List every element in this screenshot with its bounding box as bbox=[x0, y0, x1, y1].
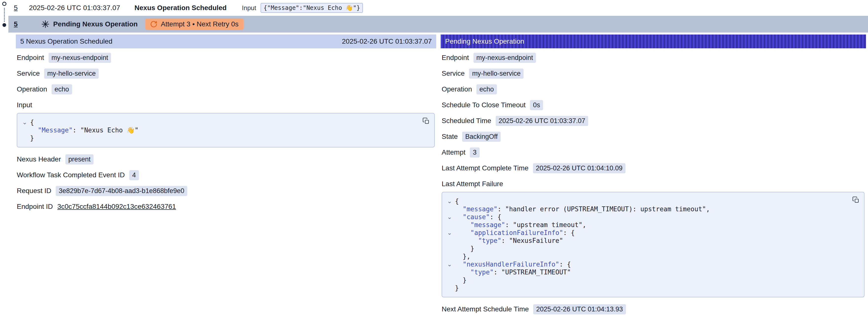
field-value-chip: my-hello-service bbox=[44, 68, 99, 79]
field-row-workflow-task-completed-event-id: Workflow Task Completed Event ID 4 bbox=[17, 170, 436, 180]
field-row-next-attempt-schedule-time: Next Attempt Schedule Time 2025-02-26 UT… bbox=[442, 304, 866, 314]
event-title: Pending Nexus Operation bbox=[53, 20, 138, 28]
code-line: } bbox=[444, 276, 847, 284]
panel-pending-nexus-operation: Pending Nexus Operation Endpoint my-nexu… bbox=[441, 34, 866, 320]
pending-asterisk-icon bbox=[41, 20, 49, 28]
code-gutter bbox=[19, 134, 30, 142]
field-value-chip: 2025-02-26 UTC 01:04:10.09 bbox=[533, 163, 625, 173]
field-row-last-attempt-complete-time: Last Attempt Complete Time 2025-02-26 UT… bbox=[442, 163, 866, 173]
panel-body-scheduled: Endpoint my-nexus-endpoint Service my-he… bbox=[16, 48, 436, 212]
event-title: Nexus Operation Scheduled bbox=[134, 4, 226, 12]
field-row-state: State BackingOff bbox=[442, 132, 866, 141]
field-label: Request ID bbox=[17, 187, 51, 195]
timeline-current-dot-icon bbox=[2, 23, 6, 27]
code-line: ⌄{ bbox=[19, 118, 417, 126]
field-value-chip: 4 bbox=[129, 170, 139, 180]
code-line: } bbox=[19, 134, 417, 142]
panel-title: 5 Nexus Operation Scheduled bbox=[20, 37, 113, 45]
code-line: ⌄{ bbox=[444, 197, 847, 205]
input-label: Input bbox=[242, 4, 256, 12]
input-preview-chip[interactable]: {"Message":"Nexus Echo 👋"} bbox=[260, 3, 363, 13]
field-label: Next Attempt Schedule Time bbox=[442, 305, 529, 313]
code-gutter bbox=[444, 237, 455, 245]
field-label: Endpoint bbox=[17, 54, 44, 62]
attempt-retry-badge: Attempt 3 • Next Retry 0s bbox=[145, 19, 244, 30]
field-row-service: Service my-hello-service bbox=[17, 68, 436, 78]
code-line: ⌄"cause": { bbox=[444, 213, 847, 221]
field-row-operation: Operation echo bbox=[442, 84, 866, 94]
field-label: Operation bbox=[442, 85, 472, 93]
copy-icon bbox=[852, 201, 860, 204]
collapse-chevron-icon[interactable]: ⌄ bbox=[444, 197, 455, 205]
collapse-chevron-icon[interactable]: ⌄ bbox=[444, 213, 455, 221]
field-label: Service bbox=[17, 69, 40, 77]
field-label: Attempt bbox=[442, 149, 465, 156]
field-row-service: Service my-hello-service bbox=[442, 68, 866, 78]
copy-button[interactable] bbox=[851, 195, 861, 205]
code-line: }, bbox=[444, 253, 847, 260]
field-row-endpoint: Endpoint my-nexus-endpoint bbox=[17, 53, 436, 63]
collapse-chevron-icon[interactable]: ⌄ bbox=[19, 118, 30, 126]
field-value-chip: BackingOff bbox=[462, 132, 501, 142]
field-label: Operation bbox=[17, 85, 47, 93]
attempt-badge-label: Attempt 3 • Next Retry 0s bbox=[161, 20, 239, 28]
timeline-gutter bbox=[0, 0, 10, 34]
field-row-request-id: Request ID 3e829b7e-7d67-4b08-aad3-b1e86… bbox=[17, 186, 436, 196]
event-timestamp: 2025-02-26 UTC 01:03:37.07 bbox=[29, 4, 120, 12]
event-row-pending-nexus-operation[interactable]: 5 Pending Nexus Operation Attempt 3 • Ne… bbox=[8, 16, 868, 33]
endpoint-id-link[interactable]: 3c0c75ccfa8144b092c13ce632463761 bbox=[57, 203, 176, 211]
field-value-chip: my-hello-service bbox=[469, 68, 524, 79]
code-gutter bbox=[444, 221, 455, 229]
timeline-connector-line bbox=[4, 8, 5, 22]
code-line: ⌄"applicationFailureInfo": { bbox=[444, 229, 847, 237]
field-value-chip: 2025-02-26 UTC 01:04:13.93 bbox=[533, 304, 626, 314]
field-label: Nexus Header bbox=[17, 155, 61, 163]
code-line: } bbox=[444, 245, 847, 253]
field-row-endpoint: Endpoint my-nexus-endpoint bbox=[442, 53, 866, 63]
timeline-start-circle-icon bbox=[2, 2, 6, 6]
field-value-chip: echo bbox=[52, 84, 72, 94]
field-row-attempt: Attempt 3 bbox=[442, 148, 866, 157]
code-line: "Message": "Nexus Echo 👋" bbox=[19, 126, 417, 134]
code-gutter bbox=[444, 253, 455, 260]
code-gutter bbox=[444, 268, 455, 276]
field-row-scheduled-time: Scheduled Time 2025-02-26 UTC 01:03:37.0… bbox=[442, 116, 866, 126]
panel-title: Pending Nexus Operation bbox=[445, 37, 524, 45]
field-label: Service bbox=[442, 69, 465, 77]
field-label: State bbox=[442, 133, 458, 140]
code-line: "type": "NexusFailure" bbox=[444, 237, 847, 245]
last-attempt-failure-label: Last Attempt Failure bbox=[442, 179, 866, 189]
panel-header-scheduled: 5 Nexus Operation Scheduled 2025-02-26 U… bbox=[16, 34, 436, 48]
event-detail-panels: 5 Nexus Operation Scheduled 2025-02-26 U… bbox=[16, 34, 866, 320]
field-row-endpoint-id: Endpoint ID 3c0c75ccfa8144b092c13ce63246… bbox=[17, 202, 436, 212]
code-gutter bbox=[444, 245, 455, 253]
panel-body-pending: Endpoint my-nexus-endpoint Service my-he… bbox=[441, 48, 866, 314]
field-row-schedule-to-close-timeout: Schedule To Close Timeout 0s bbox=[442, 100, 866, 110]
input-json-block: ⌄{"Message": "Nexus Echo 👋"} bbox=[17, 113, 435, 148]
input-section-label: Input bbox=[17, 100, 436, 110]
collapse-chevron-icon[interactable]: ⌄ bbox=[444, 260, 455, 268]
code-line: } bbox=[444, 284, 847, 292]
event-id-link[interactable]: 5 bbox=[14, 20, 18, 28]
field-row-nexus-header: Nexus Header present bbox=[17, 154, 436, 164]
retry-icon bbox=[150, 21, 157, 28]
field-label: Endpoint bbox=[442, 54, 469, 62]
field-label: Workflow Task Completed Event ID bbox=[17, 171, 125, 179]
code-gutter bbox=[19, 126, 30, 134]
collapse-chevron-icon[interactable]: ⌄ bbox=[444, 229, 455, 237]
panel-timestamp: 2025-02-26 UTC 01:03:37.07 bbox=[342, 37, 432, 45]
code-gutter bbox=[444, 205, 455, 213]
code-line: "type": "UPSTREAM_TIMEOUT" bbox=[444, 268, 847, 276]
field-value-chip: 0s bbox=[530, 100, 543, 110]
field-row-operation: Operation echo bbox=[17, 84, 436, 94]
copy-button[interactable] bbox=[422, 117, 431, 127]
field-value-chip: 3e829b7e-7d67-4b08-aad3-b1e868bfe9e0 bbox=[56, 186, 187, 196]
field-value-chip: my-nexus-endpoint bbox=[473, 53, 536, 63]
field-label: Endpoint ID bbox=[17, 203, 53, 211]
code-gutter bbox=[444, 284, 455, 292]
event-row-nexus-operation-scheduled[interactable]: 5 2025-02-26 UTC 01:03:37.07 Nexus Opera… bbox=[0, 0, 868, 16]
field-value-chip: 2025-02-26 UTC 01:03:37.07 bbox=[496, 116, 588, 126]
field-label: Last Attempt Complete Time bbox=[442, 164, 528, 172]
code-line: "message": "upstream timeout", bbox=[444, 221, 847, 229]
event-id-link[interactable]: 5 bbox=[14, 4, 18, 12]
